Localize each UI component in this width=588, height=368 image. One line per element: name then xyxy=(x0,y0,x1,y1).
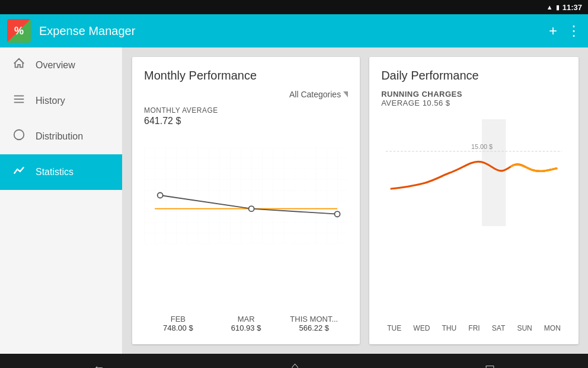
month-feb: FEB 748.00 $ xyxy=(144,315,212,332)
content-area: Monthly Performance All Categories MONTH… xyxy=(123,47,588,354)
sidebar-item-distribution[interactable]: Distribution xyxy=(0,119,122,154)
month-current: THIS MONT... 566.22 $ xyxy=(280,315,348,332)
day-mon: MON xyxy=(544,324,561,332)
daily-card-title: Daily Performance xyxy=(381,69,567,83)
status-bar: ▲ ▮ 11:37 xyxy=(0,0,588,14)
svg-point-6 xyxy=(158,192,163,198)
monthly-avg-value: 641.72 $ xyxy=(144,116,348,126)
daily-avg-label: AVERAGE 10.56 $ xyxy=(381,99,567,107)
app-bar: % Expense Manager + ⋮ xyxy=(0,14,588,47)
monthly-avg-label: MONTHLY AVERAGE xyxy=(144,106,348,115)
svg-text:15.00 $: 15.00 $ xyxy=(471,143,493,150)
home-button[interactable]: ⌂ xyxy=(291,359,299,368)
day-wed: WED xyxy=(413,324,430,332)
sidebar: Overview History Distribution xyxy=(0,47,123,354)
month-feb-name: FEB xyxy=(144,315,212,323)
statistics-label: Statistics xyxy=(36,167,74,177)
running-charges-label: RUNNING CHARGES xyxy=(381,90,567,99)
month-mar-value: 610.93 $ xyxy=(212,323,280,332)
app-title: Expense Manager xyxy=(39,24,549,38)
svg-point-8 xyxy=(334,211,340,217)
monthly-card-title: Monthly Performance xyxy=(144,69,348,83)
category-filter-label: All Categories xyxy=(289,90,341,99)
app-logo: % xyxy=(7,19,31,43)
monthly-chart xyxy=(144,136,348,310)
day-fri: FRI xyxy=(468,324,480,332)
sidebar-item-overview[interactable]: Overview xyxy=(0,47,122,83)
battery-icon: ▮ xyxy=(556,4,560,11)
day-labels: TUE WED THU FRI SAT SUN MON xyxy=(381,324,567,332)
sidebar-item-history[interactable]: History xyxy=(0,83,122,119)
main-layout: Overview History Distribution xyxy=(0,47,588,354)
month-labels: FEB 748.00 $ MAR 610.93 $ THIS MONT... 5… xyxy=(144,315,348,332)
more-button[interactable]: ⋮ xyxy=(567,23,581,39)
svg-rect-9 xyxy=(482,119,506,226)
overview-label: Overview xyxy=(36,60,75,71)
month-current-value: 566.22 $ xyxy=(280,323,348,332)
back-button[interactable]: ← xyxy=(93,360,105,369)
status-icons: ▲ ▮ 11:37 xyxy=(547,3,582,12)
svg-rect-4 xyxy=(144,147,348,243)
statistics-icon xyxy=(12,164,26,180)
status-time: 11:37 xyxy=(563,3,582,12)
day-tue: TUE xyxy=(387,324,401,332)
month-mar: MAR 610.93 $ xyxy=(212,315,280,332)
distribution-label: Distribution xyxy=(36,131,83,142)
day-sat: SAT xyxy=(492,324,505,332)
category-filter[interactable]: All Categories xyxy=(144,90,348,99)
month-mar-name: MAR xyxy=(212,315,280,323)
day-thu: THU xyxy=(442,324,456,332)
distribution-icon xyxy=(12,128,26,145)
month-current-name: THIS MONT... xyxy=(280,315,348,323)
svg-point-3 xyxy=(14,130,24,140)
sidebar-item-statistics[interactable]: Statistics xyxy=(0,154,122,190)
day-sun: SUN xyxy=(517,324,532,332)
daily-performance-card: Daily Performance RUNNING CHARGES AVERAG… xyxy=(369,57,579,344)
history-label: History xyxy=(36,96,65,106)
history-icon xyxy=(12,93,26,109)
monthly-performance-card: Monthly Performance All Categories MONTH… xyxy=(132,57,360,344)
add-button[interactable]: + xyxy=(549,23,557,39)
recents-button[interactable]: ▭ xyxy=(485,360,495,368)
daily-chart: 15.00 $ xyxy=(381,119,567,321)
svg-point-7 xyxy=(249,206,254,211)
nav-bar: ← ⌂ ▭ xyxy=(0,354,588,368)
home-icon xyxy=(12,57,26,74)
month-feb-value: 748.00 $ xyxy=(144,323,212,332)
wifi-icon: ▲ xyxy=(547,4,553,11)
logo-symbol: % xyxy=(14,25,24,37)
app-bar-actions: + ⋮ xyxy=(549,23,581,39)
chevron-down-icon xyxy=(343,91,348,97)
